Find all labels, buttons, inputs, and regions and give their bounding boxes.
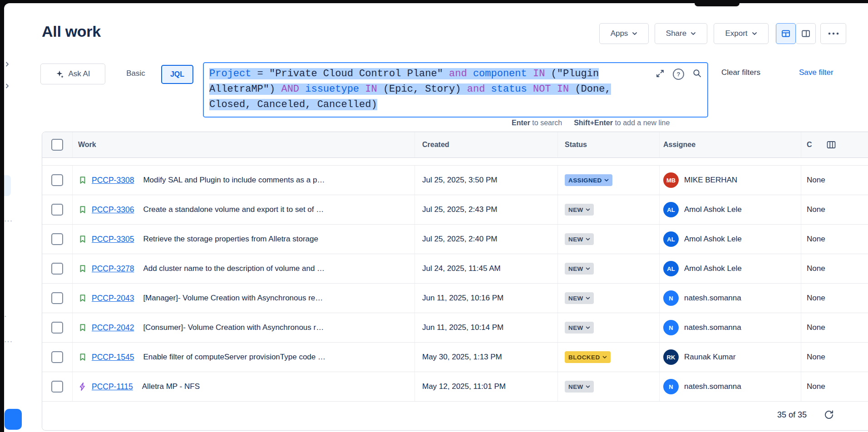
column-settings-icon[interactable]	[826, 139, 837, 152]
issue-summary[interactable]: Modify SAL and Plugin to include comment…	[143, 176, 325, 185]
issue-summary[interactable]: Alletra MP - NFS	[142, 382, 200, 391]
issue-key-link[interactable]: PCCP-3278	[92, 264, 134, 274]
status-badge[interactable]: BLOCKED	[565, 351, 611, 363]
tab-jql[interactable]: JQL	[161, 65, 193, 84]
column-header-status[interactable]: Status	[558, 132, 660, 157]
share-button[interactable]: Share	[655, 23, 707, 44]
issue-key-link[interactable]: PCCP-1545	[92, 353, 134, 362]
refresh-icon[interactable]	[824, 409, 834, 422]
table-row[interactable]: PCCP-1545 Enable filter of computeServer…	[42, 343, 868, 372]
status-badge[interactable]: ASSIGNED	[565, 174, 612, 186]
search-icon[interactable]	[692, 69, 702, 80]
status-badge[interactable]: NEW	[565, 263, 594, 275]
issue-summary[interactable]: [Manager]- Volume Creation with Asynchro…	[143, 294, 323, 303]
chevron-right-icon[interactable]	[5, 83, 10, 91]
row-checkbox[interactable]	[51, 322, 63, 334]
jql-label: JQL	[170, 70, 184, 79]
view-sidebyside-button[interactable]	[796, 23, 816, 44]
row-checkbox[interactable]	[51, 204, 63, 216]
component-value: None	[807, 176, 825, 185]
table-row[interactable]: PCCP-3308 Modify SAL and Plugin to inclu…	[42, 166, 868, 195]
issue-key-link[interactable]: PCCP-2043	[92, 294, 134, 303]
table-header-row: Work Created Status Assignee C	[42, 132, 868, 158]
issue-summary[interactable]: Enable filter of computeServer provision…	[143, 353, 326, 362]
status-badge[interactable]: NEW	[565, 381, 594, 393]
table-row[interactable]: PCCP-3278 Add cluster name to the descri…	[42, 254, 868, 284]
table-row[interactable]: PCCP-2043 [Manager]- Volume Creation wit…	[42, 284, 868, 313]
column-header-created[interactable]: Created	[415, 132, 558, 157]
issue-key-link[interactable]: PCCP-3306	[92, 205, 134, 215]
column-header-label: C	[807, 141, 812, 149]
work-cell: PCCP-3278 Add cluster name to the descri…	[73, 254, 415, 283]
avatar: AL	[663, 261, 679, 276]
create-button-cutoff[interactable]	[5, 409, 22, 430]
sidebar-active-item[interactable]	[4, 175, 11, 196]
chevron-down-icon	[604, 179, 609, 182]
status-label: NEW	[568, 236, 583, 243]
assignee-cell: ALAmol Ashok Lele	[660, 195, 801, 224]
apps-button[interactable]: Apps	[599, 23, 649, 44]
expand-icon[interactable]	[656, 69, 665, 80]
row-checkbox[interactable]	[51, 174, 63, 186]
status-badge[interactable]: NEW	[565, 233, 594, 245]
window-left-edge	[0, 0, 4, 432]
assignee-name: natesh.somanna	[684, 294, 741, 303]
table-row[interactable]: PCCP-3305 Retrieve the storage propertie…	[42, 225, 868, 254]
jql-token	[467, 68, 473, 79]
table-row[interactable]: PCCP-1115 Alletra MP - NFS May 12, 2025,…	[42, 372, 868, 402]
sidebar-dots: ·	[4, 312, 7, 320]
status-badge[interactable]: NEW	[565, 292, 594, 304]
work-cell: PCCP-1545 Enable filter of computeServer…	[73, 343, 415, 372]
assignee-cell: Nnatesh.somanna	[660, 313, 801, 342]
issue-key-link[interactable]: PCCP-3308	[92, 176, 134, 185]
status-label: ASSIGNED	[568, 177, 602, 184]
jql-editor-input[interactable]: Project = "Private Cloud Control Plane" …	[203, 62, 708, 118]
issue-key-link[interactable]: PCCP-1115	[92, 382, 133, 392]
share-button-label: Share	[666, 29, 686, 38]
issue-key-link[interactable]: PCCP-3305	[92, 235, 134, 244]
row-checkbox[interactable]	[51, 351, 63, 363]
tab-basic[interactable]: Basic	[114, 64, 158, 83]
status-label: BLOCKED	[568, 354, 600, 361]
chevron-right-icon[interactable]	[5, 61, 10, 69]
more-options-button[interactable]	[820, 23, 846, 44]
table-row[interactable]: PCCP-3306 Create a standalone volume and…	[42, 195, 868, 225]
view-table-button[interactable]	[776, 23, 796, 44]
table-row[interactable]: PCCP-2042 [Consumer]- Volume Creation wi…	[42, 313, 868, 343]
help-icon[interactable]: ?	[673, 69, 684, 80]
row-checkbox[interactable]	[51, 233, 63, 245]
issue-summary[interactable]: Add cluster name to the description of v…	[143, 264, 325, 273]
chevron-down-icon	[586, 238, 590, 241]
issue-summary[interactable]: Retrieve the storage properties from All…	[143, 235, 318, 244]
row-checkbox[interactable]	[51, 263, 63, 275]
save-filter-link[interactable]: Save filter	[799, 68, 833, 77]
status-label: NEW	[568, 383, 583, 390]
story-icon	[78, 323, 87, 332]
row-checkbox[interactable]	[51, 292, 63, 304]
column-header-assignee[interactable]: Assignee	[660, 132, 801, 157]
created-cell: May 30, 2025, 1:13 PM	[415, 343, 558, 372]
created-value: May 12, 2025, 11:01 PM	[422, 382, 506, 391]
column-header-work[interactable]: Work	[73, 132, 415, 157]
checkbox-cell	[42, 254, 73, 283]
work-cell: PCCP-2042 [Consumer]- Volume Creation wi…	[73, 313, 415, 342]
apps-button-label: Apps	[611, 29, 628, 38]
status-badge[interactable]: NEW	[565, 204, 594, 216]
ask-ai-button[interactable]: Ask AI	[40, 64, 105, 84]
issue-key-link[interactable]: PCCP-2042	[92, 323, 134, 333]
chevron-down-icon	[586, 326, 590, 329]
row-count: 35 of 35	[777, 410, 807, 420]
browser-pill	[695, 0, 740, 6]
select-all-checkbox[interactable]	[51, 139, 63, 151]
jql-token: AND	[281, 83, 299, 95]
work-items-table: Work Created Status Assignee C PCCP-3308…	[42, 132, 868, 431]
status-badge[interactable]: NEW	[565, 322, 594, 334]
issue-summary[interactable]: [Consumer]- Volume Creation with Asynchr…	[143, 323, 324, 332]
jql-token	[527, 83, 533, 95]
export-button[interactable]: Export	[714, 23, 769, 44]
row-checkbox[interactable]	[51, 381, 63, 393]
clear-filters-button[interactable]: Clear filters	[721, 68, 760, 77]
issue-summary[interactable]: Create a standalone volume and export it…	[143, 205, 324, 214]
chevron-down-icon	[690, 32, 696, 35]
work-cell: PCCP-3308 Modify SAL and Plugin to inclu…	[73, 166, 415, 195]
